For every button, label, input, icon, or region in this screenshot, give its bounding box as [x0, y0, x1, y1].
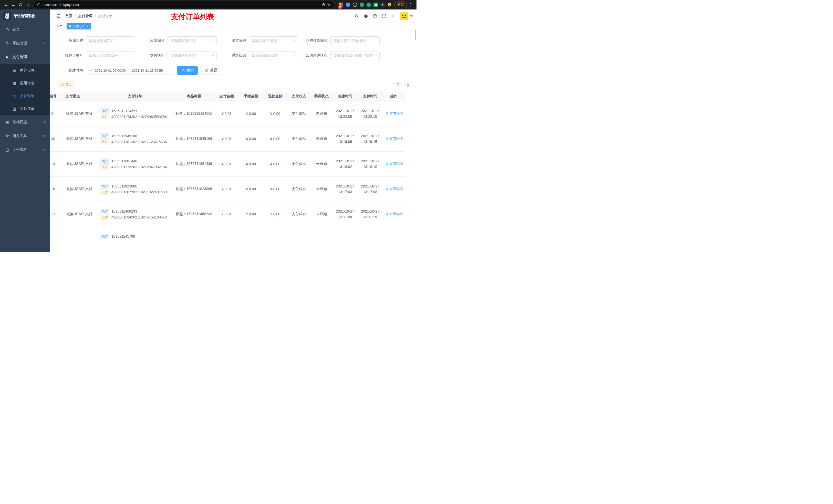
cell-channel: 微信 JSAPI 支付 [62, 151, 97, 176]
view-detail-link[interactable]: 查看详情 [385, 187, 403, 191]
notify-status-field[interactable] [333, 53, 373, 57]
cell-id: 17 [50, 201, 62, 226]
cell-action: 查看详情 [383, 126, 405, 151]
sidebar-item-system[interactable]: ⚙ 系统管理 [0, 37, 50, 50]
breadcrumb-home[interactable]: 首页 [65, 14, 72, 19]
logo-avatar [3, 12, 11, 20]
pay-tag: 支付 [100, 139, 110, 144]
column-header: 支付状态 [287, 92, 310, 101]
channel-order-no-field[interactable] [89, 53, 133, 57]
github-icon[interactable] [363, 14, 368, 19]
channel-code-select[interactable] [249, 37, 298, 45]
app-select[interactable] [168, 37, 217, 45]
active-dot [69, 25, 71, 27]
home-button[interactable]: ⌂ [24, 1, 31, 8]
sidebar-item-app-info[interactable]: ▦ 应用信息 [0, 77, 50, 90]
notify-status-select[interactable] [330, 51, 380, 60]
font-size-icon[interactable]: TT [390, 14, 396, 19]
view-detail-link[interactable]: 查看详情 [385, 137, 403, 141]
order-table: 编号 支付渠道 支付订单 商品标题 支付金额 手续金额 [50, 92, 416, 246]
breadcrumb-pay[interactable]: 支付管理 [78, 14, 93, 19]
search-icon[interactable] [355, 14, 359, 19]
cell-pay-time: 2021-10-27 13:22:15 [358, 101, 383, 126]
chrome-menu-icon[interactable]: ⋮ [407, 3, 414, 7]
sidebar-item-refund-order[interactable]: ▥ 退款订单 [0, 102, 50, 115]
close-tab-icon[interactable]: × [87, 25, 89, 28]
merchant-tag: 商户 [100, 108, 110, 114]
toggle-search-button[interactable] [395, 81, 402, 88]
filter-label: 应用编号 [139, 39, 168, 43]
sidebar-item-pay-order[interactable]: ◎ 支付订单 [0, 90, 50, 102]
forward-button[interactable]: → [10, 1, 17, 8]
channel-transaction-no: 4200001174202110278060590766 [112, 115, 167, 119]
channel-order-no-input[interactable] [86, 51, 135, 60]
view-detail-link[interactable]: 查看详情 [385, 112, 403, 116]
breadcrumb-current: 支付订单 [98, 14, 113, 19]
cell-notify-status: 未通知 [310, 101, 332, 126]
address-bar[interactable]: localhost:1024/pay/order ☆ [34, 1, 334, 8]
sidebar-item-home[interactable]: ◴ 首页 [0, 23, 50, 37]
user-avatar [400, 12, 408, 20]
filter-label: 渠道编码 [221, 39, 249, 43]
reload-button[interactable] [17, 1, 24, 8]
merchant-input[interactable] [86, 37, 135, 45]
sidebar-item-merchant-info[interactable]: ▤ 商户信息 [0, 64, 50, 77]
help-icon[interactable]: ? [373, 14, 377, 19]
share-icon[interactable] [322, 3, 325, 7]
extension-icon-green[interactable] [360, 3, 364, 7]
view-detail-link[interactable]: 查看详情 [385, 212, 403, 216]
refund-status-field[interactable] [252, 53, 292, 57]
chrome-profile-avatar[interactable] [387, 3, 392, 7]
card-icon: ▤ [12, 68, 17, 73]
chevron-down-icon [211, 53, 214, 56]
app-select-field[interactable] [170, 39, 210, 43]
sidebar-item-pay[interactable]: ¥ 支付管理 [0, 50, 50, 64]
cell-title: 标题：1635311949168 [173, 126, 214, 151]
extension-icon-ball[interactable] [380, 3, 385, 7]
pay-status-select[interactable] [168, 51, 217, 60]
channel-transaction-no: 4200001181202110277723215336 [112, 140, 167, 144]
export-button[interactable]: 导出 [58, 81, 74, 88]
merchant-input-field[interactable] [89, 39, 133, 43]
extension-icon-blue[interactable] [346, 3, 350, 7]
merchant-tag: 商户 [100, 234, 110, 239]
tab-home[interactable]: 首页 [54, 23, 65, 29]
merchant-tag: 商户 [100, 134, 110, 139]
sidebar-item-devtool[interactable]: ⚒ 研发工具 [0, 129, 50, 143]
user-menu[interactable] [400, 12, 413, 20]
bookmark-star-icon[interactable]: ☆ [327, 3, 331, 7]
date-range-picker[interactable]: 2021-10-01 00:00:00 - 2021-10-31 23:59:5… [86, 66, 173, 75]
filter-merchant: 所属商户 [58, 37, 135, 45]
collapse-sidebar-icon[interactable] [54, 14, 63, 19]
cell-create-time: 2021-10-27 13:18:02 [332, 151, 358, 176]
app-logo[interactable]: 芋道管理系统 [0, 9, 50, 23]
sidebar-item-infra[interactable]: ▣ 基础设施 [0, 115, 50, 129]
channel-code-field[interactable] [252, 39, 292, 43]
reset-button[interactable]: 重置 [201, 66, 221, 75]
merchant-order-no-field[interactable] [333, 39, 377, 43]
pay-status-field[interactable] [170, 53, 210, 57]
extension-icon-check[interactable]: ✓ [366, 3, 371, 7]
back-button[interactable]: ← [3, 1, 10, 8]
sidebar-item-workflow[interactable]: ◫ 工作流程 [0, 143, 50, 157]
merchant-order-no-input[interactable] [330, 37, 380, 45]
channel-transaction-no: 4200001167202110271022491439 [112, 190, 167, 194]
filter-channel-order-no: 渠道订单号 [58, 51, 135, 60]
fullscreen-icon[interactable] [382, 14, 386, 19]
refund-status-select[interactable] [249, 51, 298, 60]
refresh-table-button[interactable] [404, 81, 411, 88]
target-icon: ◎ [12, 94, 17, 98]
chrome-update-button[interactable]: 更新 [394, 2, 407, 8]
cell-pay-order: 商户 1635311949168 支付 42000011812021102777… [97, 126, 173, 151]
site-info-icon[interactable] [37, 3, 41, 7]
tab-pay-order[interactable]: 支付订单 × [67, 23, 91, 29]
extension-icon-ring[interactable] [353, 3, 357, 7]
search-button[interactable]: 搜索 [177, 66, 198, 75]
sidebar-menu: ◴ 首页 ⚙ 系统管理 ¥ 支付管理 ▤ 商户信息 ▦ 应用信息 [0, 23, 50, 157]
extension-icon-grid[interactable]: 10 [339, 3, 343, 7]
cell-pay-order: 商户 1635312124657 支付 42000011742021102780… [97, 101, 173, 126]
view-detail-link[interactable]: 查看详情 [385, 162, 403, 166]
extension-icon-wechat[interactable] [374, 3, 378, 7]
cell-pay-status: 支付成功 [287, 176, 310, 201]
extensions-area: 10 ✓ [339, 3, 392, 7]
